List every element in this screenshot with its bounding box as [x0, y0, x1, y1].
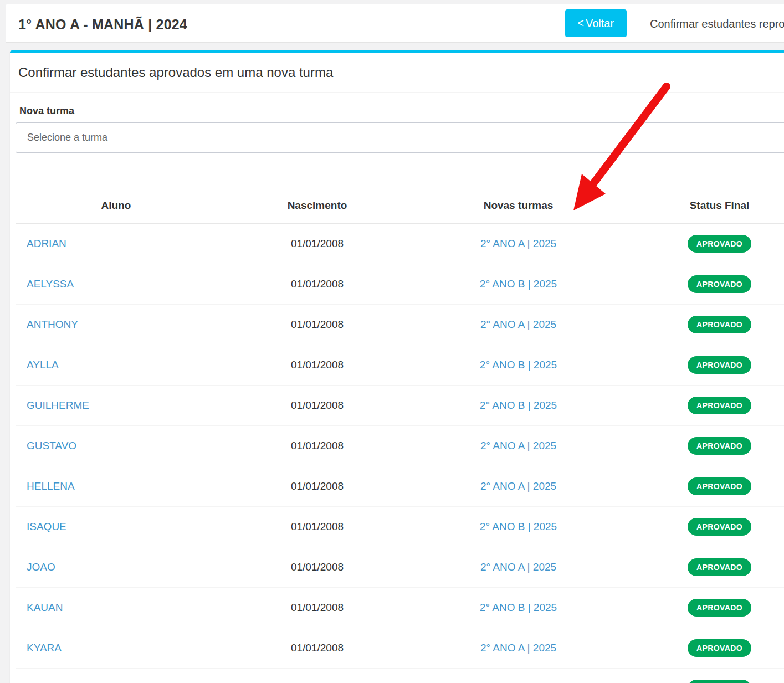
student-name-link[interactable]: GUSTAVO	[27, 440, 76, 451]
table-row: LARISSA 01/01/2008 2° ANO B | 2025 APROV…	[16, 669, 784, 683]
panel-header: Confirmar estudantes aprovados em uma no…	[10, 53, 784, 93]
birth-date: 01/01/2008	[217, 588, 418, 628]
new-class-link[interactable]: 2° ANO B | 2025	[480, 359, 557, 371]
student-name-link[interactable]: AYLLA	[27, 359, 59, 371]
table-row: JOAO 01/01/2008 2° ANO A | 2025 APROVADO	[16, 547, 784, 588]
student-name-link[interactable]: KAUAN	[27, 602, 63, 613]
table-row: ADRIAN 01/01/2008 2° ANO A | 2025 APROVA…	[16, 223, 784, 264]
student-name-link[interactable]: AELYSSA	[27, 278, 74, 290]
table-row: ANTHONY 01/01/2008 2° ANO A | 2025 APROV…	[16, 305, 784, 345]
page-title: 1° ANO A - MANHÃ | 2024	[18, 17, 187, 33]
new-class-link[interactable]: 2° ANO B | 2025	[480, 278, 557, 290]
page: 1° ANO A - MANHÃ | 2024 < Voltar Confirm…	[0, 0, 784, 683]
panel-title: Confirmar estudantes aprovados em uma no…	[18, 64, 784, 81]
status-badge: APROVADO	[688, 316, 751, 333]
confirm-panel: Confirmar estudantes aprovados em uma no…	[10, 50, 784, 683]
page-header: 1° ANO A - MANHÃ | 2024 < Voltar Confirm…	[6, 4, 784, 43]
student-name-link[interactable]: ANTHONY	[27, 319, 78, 330]
table-row: AYLLA 01/01/2008 2° ANO B | 2025 APROVAD…	[16, 345, 784, 386]
birth-date: 01/01/2008	[217, 547, 418, 588]
nova-turma-label: Nova turma	[19, 105, 784, 117]
col-header-status-final: Status Final	[619, 188, 784, 223]
col-header-nascimento: Nascimento	[217, 188, 418, 223]
status-badge: APROVADO	[688, 397, 751, 414]
student-name-link[interactable]: KYARA	[27, 642, 62, 654]
new-class-link[interactable]: 2° ANO A | 2025	[480, 642, 556, 654]
student-name-link[interactable]: GUILHERME	[27, 399, 89, 411]
table-row: KAUAN 01/01/2008 2° ANO B | 2025 APROVAD…	[16, 588, 784, 628]
student-name-link[interactable]: ISAQUE	[27, 521, 66, 532]
status-badge: APROVADO	[688, 477, 751, 495]
new-class-link[interactable]: 2° ANO B | 2025	[480, 399, 557, 411]
status-badge: APROVADO	[688, 599, 751, 617]
new-class-link[interactable]: 2° ANO B | 2025	[480, 521, 557, 532]
students-table-head: Aluno Nascimento Novas turmas Status Fin…	[16, 188, 784, 223]
new-class-link[interactable]: 2° ANO A | 2025	[480, 480, 556, 492]
birth-date: 01/01/2008	[217, 669, 418, 683]
nav-link-confirm-reprovados[interactable]: Confirmar estudantes reprovados	[650, 18, 784, 30]
student-name-link[interactable]: HELLENA	[27, 480, 75, 492]
birth-date: 01/01/2008	[217, 264, 418, 305]
table-row: ISAQUE 01/01/2008 2° ANO B | 2025 APROVA…	[16, 507, 784, 547]
table-row: AELYSSA 01/01/2008 2° ANO B | 2025 APROV…	[16, 264, 784, 305]
birth-date: 01/01/2008	[217, 223, 418, 264]
status-badge: APROVADO	[688, 437, 751, 455]
new-class-link[interactable]: 2° ANO A | 2025	[480, 238, 556, 249]
new-class-link[interactable]: 2° ANO A | 2025	[480, 561, 556, 573]
birth-date: 01/01/2008	[217, 386, 418, 426]
col-header-novas-turmas: Novas turmas	[418, 188, 619, 223]
col-header-aluno: Aluno	[16, 188, 217, 223]
status-badge: APROVADO	[688, 356, 751, 374]
panel-body: Nova turma Selecione a turma Aluno Nasci…	[10, 93, 784, 683]
table-row: HELLENA 01/01/2008 2° ANO A | 2025 APROV…	[16, 466, 784, 507]
back-button[interactable]: < Voltar	[565, 9, 627, 37]
birth-date: 01/01/2008	[217, 305, 418, 345]
student-name-link[interactable]: ADRIAN	[27, 238, 66, 249]
table-row: GUSTAVO 01/01/2008 2° ANO A | 2025 APROV…	[16, 426, 784, 466]
status-badge: APROVADO	[688, 518, 751, 536]
students-table: Aluno Nascimento Novas turmas Status Fin…	[16, 188, 784, 683]
birth-date: 01/01/2008	[217, 628, 418, 669]
new-class-link[interactable]: 2° ANO A | 2025	[480, 319, 556, 330]
new-class-link[interactable]: 2° ANO A | 2025	[480, 440, 556, 451]
chevron-left-icon: <	[578, 16, 584, 30]
student-name-link[interactable]: JOAO	[27, 561, 55, 573]
back-button-label: Voltar	[586, 17, 614, 30]
status-badge: APROVADO	[688, 558, 751, 576]
table-row: KYARA 01/01/2008 2° ANO A | 2025 APROVAD…	[16, 628, 784, 669]
new-class-link[interactable]: 2° ANO B | 2025	[480, 602, 557, 613]
table-row: GUILHERME 01/01/2008 2° ANO B | 2025 APR…	[16, 386, 784, 426]
birth-date: 01/01/2008	[217, 345, 418, 386]
turma-select[interactable]: Selecione a turma	[16, 122, 784, 153]
birth-date: 01/01/2008	[217, 466, 418, 507]
turma-select-placeholder: Selecione a turma	[27, 132, 107, 143]
birth-date: 01/01/2008	[217, 507, 418, 547]
status-badge: APROVADO	[688, 235, 751, 253]
status-badge: APROVADO	[688, 680, 751, 683]
birth-date: 01/01/2008	[217, 426, 418, 466]
status-badge: APROVADO	[688, 275, 751, 293]
status-badge: APROVADO	[688, 639, 751, 657]
